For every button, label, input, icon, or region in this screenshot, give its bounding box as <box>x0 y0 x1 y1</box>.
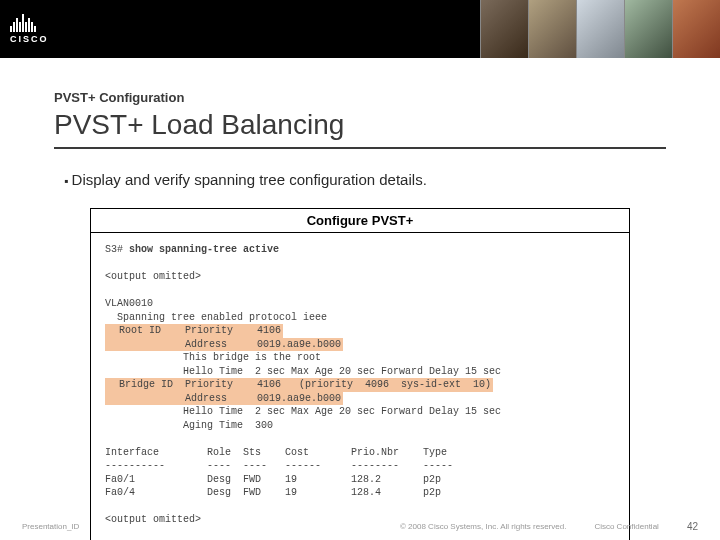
root-address-line: Address 0019.aa9e.b000 <box>105 338 343 352</box>
output-omitted-top: <output omitted> <box>105 271 201 282</box>
prompt: S3# <box>105 244 129 255</box>
terminal-output: S3# show spanning-tree active <output om… <box>91 233 629 540</box>
bridge-priority-line: Bridge ID Priority 4106 (priority 4096 s… <box>105 378 493 392</box>
footer-copyright: © 2008 Cisco Systems, Inc. All rights re… <box>400 522 566 531</box>
bridge-address-line: Address 0019.aa9e.b000 <box>105 392 343 406</box>
terminal-panel: Configure PVST+ S3# show spanning-tree a… <box>90 208 630 540</box>
kicker-text: PVST+ Configuration <box>54 90 666 105</box>
cisco-logo: CISCO <box>10 14 49 44</box>
footer-right: © 2008 Cisco Systems, Inc. All rights re… <box>400 521 698 532</box>
footer: Presentation_ID © 2008 Cisco Systems, In… <box>0 521 720 532</box>
footer-confidential: Cisco Confidential <box>594 522 658 531</box>
root-hello-line: Hello Time 2 sec Max Age 20 sec Forward … <box>105 366 501 377</box>
root-priority-line: Root ID Priority 4106 <box>105 324 283 338</box>
page-number: 42 <box>687 521 698 532</box>
bridge-hello-line: Hello Time 2 sec Max Age 20 sec Forward … <box>105 406 501 417</box>
command: show spanning-tree active <box>129 244 279 255</box>
iface-row-2: Fa0/4 Desg FWD 19 128.4 p2p <box>105 487 441 498</box>
iface-header: Interface Role Sts Cost Prio.Nbr Type <box>105 447 447 458</box>
vlan-line: VLAN0010 <box>105 298 153 309</box>
iface-sep: ---------- ---- ---- ------ -------- ---… <box>105 460 453 471</box>
bridge-aging-line: Aging Time 300 <box>105 420 273 431</box>
header-bar: CISCO <box>0 0 720 58</box>
page-title: PVST+ Load Balancing <box>54 109 666 149</box>
logo-bars-icon <box>10 14 49 32</box>
iface-row-1: Fa0/1 Desg FWD 19 128.2 p2p <box>105 474 441 485</box>
slide-content: PVST+ Configuration PVST+ Load Balancing… <box>0 58 720 540</box>
header-photo-strip <box>480 0 720 58</box>
footer-left: Presentation_ID <box>22 522 79 531</box>
logo-text: CISCO <box>10 34 49 44</box>
bullet-line: Display and verify spanning tree configu… <box>64 171 666 188</box>
proto-line: Spanning tree enabled protocol ieee <box>105 312 327 323</box>
panel-title: Configure PVST+ <box>91 209 629 233</box>
root-this-line: This bridge is the root <box>105 352 321 363</box>
